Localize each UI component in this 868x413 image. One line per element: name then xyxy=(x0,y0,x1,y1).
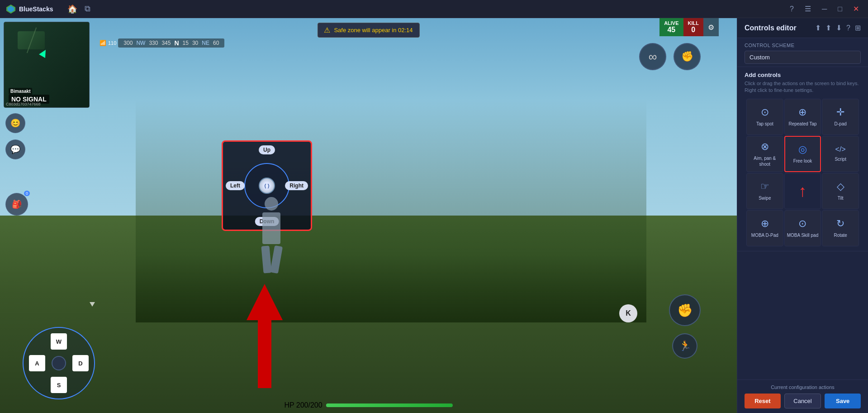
moba-dpad-label: MOBA D-Pad xyxy=(751,232,778,238)
a-key-button[interactable]: A xyxy=(29,355,45,371)
close-button[interactable]: ✕ xyxy=(849,3,863,15)
compass-60: 60 xyxy=(213,40,219,46)
moba-dpad-icon: ⊕ xyxy=(761,218,769,230)
compass-bar: 300 NW 330 345 N 15 30 NE 60 xyxy=(118,38,224,48)
k-key-button[interactable]: K xyxy=(619,304,637,322)
panel-export-button[interactable]: ⬆ xyxy=(825,24,831,32)
settings-gear-button[interactable]: ⚙ xyxy=(703,18,719,36)
wasd-control[interactable]: W A S D xyxy=(23,327,95,399)
chat-button[interactable]: 💬 xyxy=(5,139,25,159)
character-silhouette xyxy=(204,154,339,312)
tilt-icon: ◇ xyxy=(837,181,844,192)
compass-nw: NW xyxy=(136,40,145,46)
wifi-value: 110 xyxy=(108,40,116,46)
scheme-select[interactable]: Custom xyxy=(745,51,861,64)
moba-skill-pad-icon: ⊙ xyxy=(798,218,806,230)
stats-bar: ALIVE 45 KILL 0 ⚙ xyxy=(659,18,719,36)
compass-300: 300 xyxy=(123,40,133,46)
punch-button[interactable]: ✊ xyxy=(674,43,701,70)
moba-skill-pad-label: MOBA Skill pad xyxy=(787,232,818,238)
wifi-icon: 📶 xyxy=(100,40,106,46)
hp-track xyxy=(326,403,453,407)
scheme-section: Control scheme Custom xyxy=(737,38,868,67)
top-right-icons: ∞ ✊ xyxy=(639,43,701,70)
dpad-up-label[interactable]: Up xyxy=(259,145,275,154)
panel-import-button[interactable]: ⬇ xyxy=(836,24,842,32)
run-button[interactable]: 🏃 xyxy=(672,333,697,359)
alive-value: 45 xyxy=(667,26,675,34)
minimap-place-label: Bimasakt xyxy=(9,88,32,95)
panel-spacer xyxy=(737,251,868,379)
free-look-label: Free look xyxy=(793,158,812,164)
hp-fill xyxy=(326,403,453,407)
rotate-label: Rotate xyxy=(834,232,847,238)
control-tap-spot[interactable]: ⊙ Tap spot xyxy=(746,99,783,135)
maximize-button[interactable]: □ xyxy=(834,3,846,15)
control-dpad[interactable]: ✛ D-pad xyxy=(822,99,859,135)
d-key-button[interactable]: D xyxy=(72,355,89,371)
repeated-tap-icon: ⊕ xyxy=(798,106,806,118)
red-arrow-indicator: ↑ xyxy=(798,182,806,201)
right-action-area: ✊ 🏃 xyxy=(669,294,701,359)
control-rotate[interactable]: ↻ Rotate xyxy=(822,210,859,246)
compass-n: N xyxy=(174,39,179,47)
app-logo: BlueStacks xyxy=(5,4,53,14)
control-moba-skill-pad[interactable]: ⊙ MOBA Skill pad xyxy=(784,210,821,246)
hp-text: HP 200/200 xyxy=(284,401,322,409)
control-script[interactable]: </> Script xyxy=(822,136,859,172)
dpad-ctrl-label: D-pad xyxy=(835,121,847,127)
arrow-indicator: ↑ xyxy=(784,173,821,209)
control-aim-pan-shoot[interactable]: ⊗ Aim, pan & shoot xyxy=(746,136,783,172)
safe-zone-text: Safe zone will appear in 02:14 xyxy=(334,27,413,34)
panel-header-icons: ⬆ ⬆ ⬇ ? ⊞ xyxy=(815,24,861,32)
controls-grid: ⊙ Tap spot ⊕ Repeated Tap ✛ D-pad ⊗ Aim,… xyxy=(745,99,861,246)
control-tilt[interactable]: ◇ Tilt xyxy=(822,173,859,209)
swipe-icon: ☞ xyxy=(760,181,769,192)
w-key-button[interactable]: W xyxy=(51,333,67,350)
game-viewport[interactable]: Bimasakt NO SIGNAL C803d1703747668 📶 110… xyxy=(0,18,737,413)
compass-ne: NE xyxy=(202,40,209,46)
infinity-button[interactable]: ∞ xyxy=(639,43,666,70)
title-bar-nav: 🏠 ⧉ xyxy=(67,4,90,14)
tap-spot-label: Tap spot xyxy=(756,121,773,127)
help-button[interactable]: ? xyxy=(786,3,797,15)
compass-30: 30 xyxy=(192,40,198,46)
panel-footer: Current configuration actions Reset Canc… xyxy=(737,379,868,413)
multiinstance-nav-icon[interactable]: ⧉ xyxy=(85,4,90,14)
title-bar-controls: ? ☰ ─ □ ✕ xyxy=(786,3,863,15)
s-key-button[interactable]: S xyxy=(51,377,67,393)
home-nav-icon[interactable]: 🏠 xyxy=(67,4,77,14)
title-bar: BlueStacks 🏠 ⧉ ? ☰ ─ □ ✕ xyxy=(0,0,868,18)
cancel-button[interactable]: Cancel xyxy=(784,394,821,408)
control-free-look[interactable]: ◎ Free look xyxy=(784,136,821,172)
panel-upload-button[interactable]: ⬆ xyxy=(815,24,821,32)
footer-buttons: Reset Cancel Save xyxy=(745,394,861,408)
reset-button[interactable]: Reset xyxy=(745,394,781,408)
panel-help-button[interactable]: ? xyxy=(846,24,850,32)
footer-label: Current configuration actions xyxy=(745,384,861,390)
backpack-button[interactable]: 🎒 xyxy=(5,193,28,216)
main-area: Bimasakt NO SIGNAL C803d1703747668 📶 110… xyxy=(0,18,868,413)
tilt-label: Tilt xyxy=(838,195,844,201)
rotate-icon: ↻ xyxy=(836,218,844,230)
control-repeated-tap[interactable]: ⊕ Repeated Tap xyxy=(784,99,821,135)
bluestacks-logo-icon xyxy=(5,4,16,14)
compass-15: 15 xyxy=(183,40,189,46)
warning-icon: ⚠ xyxy=(324,26,330,34)
save-button[interactable]: Save xyxy=(825,394,861,408)
panel-header: Controls editor ⬆ ⬆ ⬇ ? ⊞ xyxy=(737,18,868,38)
control-moba-dpad[interactable]: ⊕ MOBA D-Pad xyxy=(746,210,783,246)
minimize-button[interactable]: ─ xyxy=(818,3,830,15)
control-swipe[interactable]: ☞ Swipe xyxy=(746,173,783,209)
punch-action-button[interactable]: ✊ xyxy=(669,294,701,326)
panel-expand-button[interactable]: ⊞ xyxy=(855,24,861,32)
aim-pan-shoot-label: Aim, pan & shoot xyxy=(749,155,781,167)
add-controls-section: Add controls Click or drag the actions o… xyxy=(737,67,868,251)
minimap-bottom-indicator xyxy=(90,302,95,307)
sky-background xyxy=(0,18,737,235)
menu-button[interactable]: ☰ xyxy=(801,3,815,15)
controls-panel: Controls editor ⬆ ⬆ ⬇ ? ⊞ Control scheme… xyxy=(737,18,868,413)
swipe-label: Swipe xyxy=(759,195,771,201)
safe-zone-alert: ⚠ Safe zone will appear in 02:14 xyxy=(317,23,419,38)
emoji-button[interactable]: 😊 xyxy=(5,113,25,133)
